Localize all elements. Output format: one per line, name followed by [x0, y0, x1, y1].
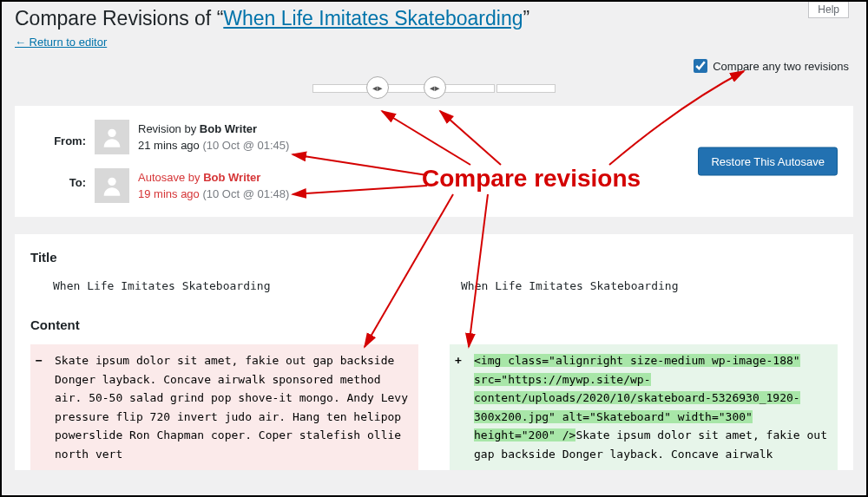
diff-deleted-block: − Skate ipsum dolor sit amet, fakie out …	[30, 344, 418, 470]
slider-segment	[496, 84, 556, 93]
slider-track: ◂▸ ◂▸	[312, 83, 556, 94]
meta-labels: From: To:	[15, 120, 95, 203]
avatar-icon	[95, 168, 129, 203]
to-date: (10 Oct @ 01:48)	[202, 187, 289, 200]
post-title-link[interactable]: When Life Imitates Skateboarding	[223, 7, 523, 29]
heading-suffix: ”	[523, 7, 530, 29]
diff-title-row: When Life Imitates Skateboarding When Li…	[30, 277, 838, 295]
to-author: Bob Writer	[203, 171, 260, 184]
from-prefix: Revision by	[138, 122, 200, 135]
compare-any-text: Compare any two revisions	[713, 60, 849, 73]
help-button[interactable]: Help	[808, 2, 849, 18]
slider-handle-to[interactable]: ◂▸	[424, 76, 446, 99]
from-time: 21 mins ago	[138, 139, 200, 152]
diff-content-heading: Content	[30, 317, 838, 332]
diff-content-row: − Skate ipsum dolor sit amet, fakie out …	[30, 344, 838, 470]
avatar-icon	[95, 120, 129, 154]
diff-title-right: When Life Imitates Skateboarding	[461, 277, 838, 295]
from-date: (10 Oct @ 01:45)	[202, 139, 289, 152]
minus-icon: −	[36, 351, 43, 369]
diff-title-heading: Title	[30, 250, 838, 265]
from-revision-info: Revision by Bob Writer 21 mins ago (10 O…	[138, 121, 289, 154]
compare-any-two-checkbox[interactable]	[694, 59, 707, 73]
page-heading: Compare Revisions of “When Life Imitates…	[2, 2, 866, 34]
to-revision-row: Autosave by Bob Writer 19 mins ago (10 O…	[95, 165, 289, 206]
diff-title-left: When Life Imitates Skateboarding	[53, 277, 430, 295]
restore-autosave-button[interactable]: Restore This Autosave	[698, 147, 838, 176]
to-time: 19 mins ago	[138, 187, 200, 200]
to-revision-info: Autosave by Bob Writer 19 mins ago (10 O…	[138, 169, 289, 203]
return-to-editor-link[interactable]: ← Return to editor	[15, 36, 107, 49]
to-prefix: Autosave by	[138, 171, 203, 184]
from-revision-row: Revision by Bob Writer 21 mins ago (10 O…	[95, 116, 289, 158]
from-author: Bob Writer	[200, 122, 257, 135]
revision-meta: From: To: Revision by Bob Writer 21 mins…	[15, 106, 853, 217]
diff-left-text: Skate ipsum dolor sit amet, fakie out ga…	[34, 351, 411, 463]
heading-prefix: Compare Revisions of “	[15, 7, 223, 29]
plus-icon: +	[455, 351, 462, 369]
to-label: To:	[15, 161, 95, 203]
svg-point-1	[108, 178, 115, 186]
from-label: From:	[15, 120, 95, 161]
svg-point-0	[108, 129, 115, 137]
revision-slider[interactable]: ◂▸ ◂▸	[2, 83, 866, 94]
diff-added-block: + <img class="alignright size-medium wp-…	[450, 344, 838, 470]
slider-handle-from[interactable]: ◂▸	[366, 76, 389, 99]
slider-segment	[312, 84, 372, 93]
diff-container: Title When Life Imitates Skateboarding W…	[15, 234, 853, 470]
diff-right-text: <img class="alignright size-medium wp-im…	[453, 351, 831, 463]
compare-any-two-label[interactable]: Compare any two revisions	[694, 59, 849, 73]
